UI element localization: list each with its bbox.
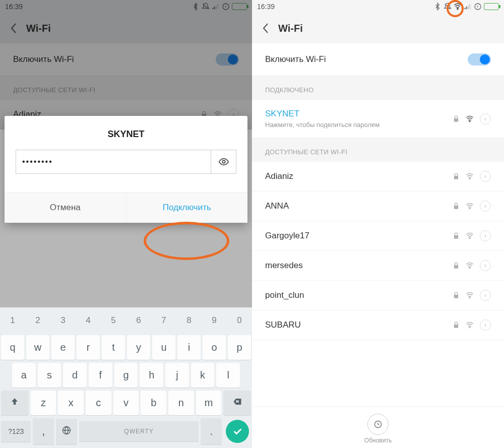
key-9[interactable]: 9 [203,309,226,332]
key-b[interactable]: b [141,391,166,415]
page-title: Wi-Fi [26,23,51,34]
connected-network-row[interactable]: SKYNET Нажмите, чтобы поделиться паролем… [252,100,504,138]
svg-rect-12 [469,4,470,10]
key-m[interactable]: m [196,391,222,415]
mute-icon [202,3,210,11]
key-3[interactable]: 3 [51,309,75,332]
svg-point-15 [469,178,470,179]
key-d[interactable]: d [63,363,87,388]
back-icon[interactable] [10,23,17,34]
comma-key[interactable]: , [33,418,54,444]
key-c[interactable]: c [86,391,111,415]
enter-key[interactable] [226,420,249,443]
key-l[interactable]: l [216,363,240,388]
key-s[interactable]: s [38,363,61,388]
network-row[interactable]: mersedes › [252,251,504,281]
key-1[interactable]: 1 [1,309,24,332]
network-row[interactable]: Adianiz › [252,162,504,191]
svg-point-17 [469,238,470,239]
refresh-label: Обновить [252,437,504,444]
key-f[interactable]: f [89,363,112,388]
key-j[interactable]: j [165,363,189,388]
svg-rect-0 [212,8,213,10]
network-row[interactable]: Gargoyle17 › [252,221,504,251]
refresh-button[interactable] [367,414,389,435]
password-input[interactable] [16,150,211,173]
network-row[interactable]: ANNA › [252,191,504,221]
status-bar: 16:39 [252,0,504,13]
wifi-icon [465,172,475,180]
key-4[interactable]: 4 [77,309,100,332]
section-connected-title: ПОДКЛЮЧЕНО [252,76,504,100]
key-p[interactable]: p [228,335,251,360]
network-name: point_clun [265,290,453,300]
network-hint: Нажмите, чтобы поделиться паролем [265,121,453,129]
key-k[interactable]: k [191,363,215,388]
wifi-icon [465,115,475,123]
period-key[interactable]: . [201,418,222,444]
language-key[interactable] [56,419,77,444]
chevron-icon[interactable]: › [480,260,491,271]
key-8[interactable]: 8 [177,309,201,332]
annotation-circle [144,222,229,260]
bluetooth-icon [433,3,442,11]
battery-icon [232,3,247,10]
network-name: mersedes [265,261,453,271]
signal-icon [464,3,472,11]
section-available-title: ДОСТУПНЫЕ СЕТИ WI-FI [0,76,252,100]
section-available-title: ДОСТУПНЫЕ СЕТИ WI-FI [252,138,504,162]
key-e[interactable]: e [51,335,75,360]
key-y[interactable]: y [127,335,150,360]
key-o[interactable]: o [203,335,226,360]
page-title: Wi-Fi [278,23,303,34]
key-x[interactable]: x [58,391,84,415]
key-7[interactable]: 7 [152,309,175,332]
shift-key[interactable] [1,391,29,415]
key-r[interactable]: r [77,335,100,360]
chevron-icon[interactable]: › [480,201,491,212]
network-row[interactable]: SUBARU › [252,310,504,340]
chevron-icon[interactable]: › [480,113,491,124]
status-time: 16:39 [5,3,23,11]
chevron-icon[interactable]: › [480,290,491,301]
key-i[interactable]: i [177,335,201,360]
status-icons [192,3,247,11]
key-6[interactable]: 6 [127,309,150,332]
key-q[interactable]: q [1,335,24,360]
key-h[interactable]: h [140,363,163,388]
chevron-icon[interactable]: › [480,230,491,241]
status-time: 16:39 [257,3,275,11]
key-0[interactable]: 0 [228,309,251,332]
space-key[interactable]: QWERTY [79,421,199,441]
wifi-toggle[interactable] [216,53,239,66]
refresh-area: Обновить [252,406,504,448]
key-w[interactable]: w [26,335,49,360]
show-password-icon[interactable] [211,150,236,173]
chevron-icon[interactable]: › [480,171,491,182]
cancel-button[interactable]: Отмена [5,193,126,223]
lock-icon [453,202,460,210]
connect-button[interactable]: Подключить [126,193,248,223]
key-t[interactable]: t [102,335,125,360]
wifi-toggle-row[interactable]: Включить Wi-Fi [252,43,504,76]
network-name: SKYNET [265,109,453,119]
symbols-key[interactable]: ?123 [1,421,31,442]
wifi-toggle-row[interactable]: Включить Wi-Fi [0,43,252,76]
key-z[interactable]: z [31,391,56,415]
network-name: Gargoyle17 [265,231,453,241]
wifi-toggle[interactable] [468,53,491,66]
key-u[interactable]: u [152,335,175,360]
svg-point-18 [469,268,470,269]
key-5[interactable]: 5 [102,309,125,332]
key-v[interactable]: v [113,391,139,415]
key-n[interactable]: n [168,391,194,415]
backspace-key[interactable] [223,391,251,415]
key-g[interactable]: g [114,363,138,388]
password-field-wrap [16,150,236,174]
key-a[interactable]: a [12,363,36,388]
svg-point-6 [222,160,225,163]
network-row[interactable]: point_clun › [252,281,504,310]
back-icon[interactable] [262,23,269,34]
key-2[interactable]: 2 [26,309,49,332]
chevron-icon[interactable]: › [480,319,491,331]
